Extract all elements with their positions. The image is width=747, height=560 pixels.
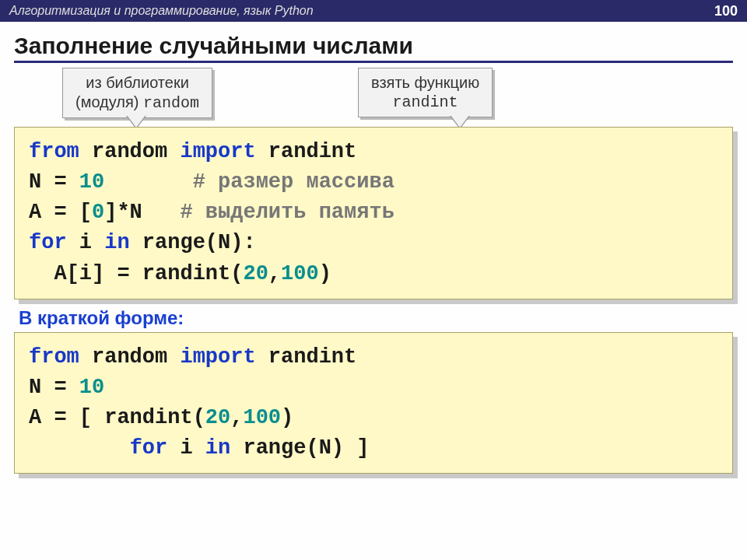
callout-function-line1: взять функцию — [371, 73, 479, 93]
code-short: from random import randint N = 10 A = [ … — [14, 332, 733, 474]
callout-function-line2: randint — [371, 93, 479, 112]
callout-library-line2: (модуля) random — [75, 93, 199, 113]
callout-function: взять функцию randint — [358, 68, 493, 117]
slide: Алгоритмизация и программирование, язык … — [0, 0, 747, 560]
callouts-row: из библиотеки (модуля) random взять функ… — [0, 68, 747, 124]
topbar: Алгоритмизация и программирование, язык … — [0, 0, 747, 22]
code-full: from random import randint N = 10 # разм… — [14, 127, 733, 299]
callout-tail-icon — [127, 115, 146, 128]
short-form-label: В краткой форме: — [19, 307, 747, 329]
callout-library: из библиотеки (модуля) random — [62, 68, 212, 118]
code-block-short: from random import randint N = 10 A = [ … — [14, 332, 733, 474]
topbar-title: Алгоритмизация и программирование, язык … — [9, 4, 314, 18]
callout-library-line1: из библиотеки — [75, 73, 199, 93]
page-heading: Заполнение случайными числами — [14, 33, 733, 63]
page-number: 100 — [714, 3, 738, 19]
callout-tail-icon — [451, 115, 469, 128]
code-block-full: from random import randint N = 10 # разм… — [14, 127, 733, 299]
